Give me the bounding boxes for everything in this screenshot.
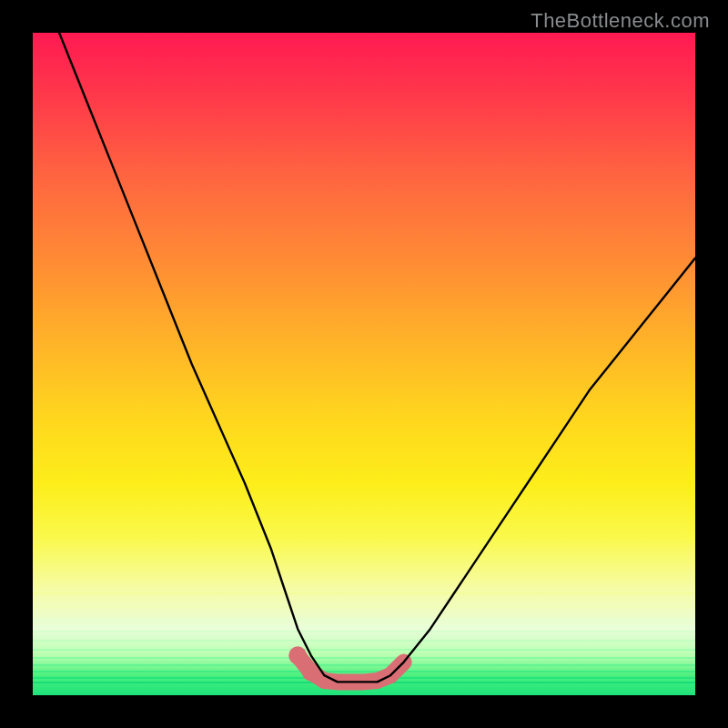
plot-area — [33, 33, 695, 695]
chart-stage: TheBottleneck.com — [0, 0, 728, 728]
marker-dot — [288, 646, 307, 664]
bottleneck-curve — [59, 33, 695, 682]
curve-layer — [33, 33, 695, 695]
watermark-text: TheBottleneck.com — [531, 9, 710, 33]
